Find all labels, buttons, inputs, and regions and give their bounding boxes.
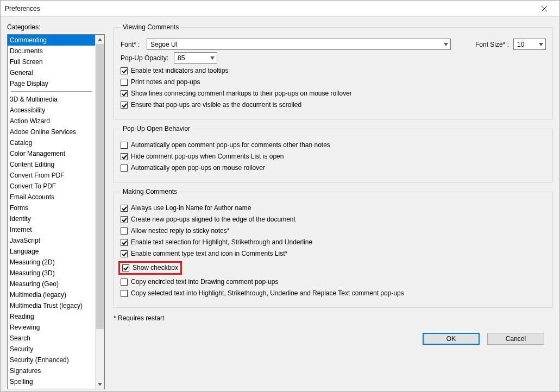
category-item[interactable]: Security [8,344,95,355]
popup-open-behavior-group: Pop-Up Open Behavior Automatically open … [114,125,553,182]
window-title: Preferences [5,5,533,12]
scroll-up-button[interactable] [96,35,104,44]
category-item[interactable]: Forms [8,203,95,213]
auto-rollover-checkbox[interactable] [121,165,128,172]
category-item[interactable]: General [8,67,95,78]
category-separator [11,91,92,92]
ensure-visible-checkbox[interactable] [121,102,128,109]
text-selection-checkbox[interactable] [121,239,128,246]
print-notes-label: Print notes and pop-ups [131,78,200,86]
print-notes-checkbox[interactable] [121,79,128,86]
font-size-label: Font Size* : [475,41,509,48]
login-name-checkbox[interactable] [121,205,128,212]
category-item[interactable]: Content Editing [8,159,95,170]
category-item[interactable]: Commenting [8,35,95,46]
category-item[interactable]: Internet [8,224,95,235]
popup-open-behavior-legend: Pop-Up Open Behavior [121,125,192,132]
show-checkbox-highlight: Show checkbox [118,261,182,275]
category-item[interactable]: Email Accounts [8,192,95,203]
category-item[interactable]: Convert From PDF [8,170,95,181]
category-item[interactable]: Reviewing [8,322,95,333]
ensure-visible-label: Ensure that pop-ups are visible as the d… [131,101,301,109]
category-item[interactable]: Spelling [8,376,95,387]
enable-tooltips-label: Enable text indicators and tooltips [131,67,228,75]
categories-label: Categories: [7,23,105,31]
category-item[interactable]: Search [8,333,95,344]
category-item[interactable]: Multimedia Trust (legacy) [8,300,95,311]
category-item[interactable]: JavaScript [8,235,95,246]
chevron-down-icon [536,39,545,49]
viewing-comments-legend: Viewing Comments [121,23,181,31]
nested-reply-checkbox[interactable] [121,227,128,235]
scroll-down-button[interactable] [96,380,104,389]
copy-encircled-label: Copy encircled text into Drawing comment… [131,278,278,286]
auto-open-checkbox[interactable] [121,142,128,149]
category-item[interactable]: Page Display [8,78,95,89]
show-lines-label: Show lines connecting comment markups to… [131,90,352,98]
comment-type-checkbox[interactable] [121,250,128,257]
copy-selected-checkbox[interactable] [121,290,128,297]
category-item[interactable]: Measuring (3D) [8,268,95,279]
chevron-down-icon [441,39,450,49]
copy-encircled-checkbox[interactable] [121,279,128,286]
cancel-button[interactable]: Cancel [487,333,544,345]
font-size-value: 10 [517,41,536,48]
categories-scrollbar[interactable] [95,35,104,389]
svg-marker-2 [98,38,102,41]
show-lines-checkbox[interactable] [121,90,128,97]
titlebar: Preferences [1,1,559,17]
svg-marker-3 [98,383,102,386]
category-item[interactable]: Security (Enhanced) [8,355,95,365]
category-item[interactable]: Convert To PDF [8,181,95,192]
font-label: Font* : [121,41,142,48]
edge-align-label: Create new pop-ups aligned to the edge o… [131,216,295,224]
chevron-down-icon [207,53,217,63]
category-item[interactable]: Multimedia (legacy) [8,289,95,300]
opacity-value: 85 [178,54,207,62]
svg-marker-6 [210,56,215,60]
category-item[interactable]: Catalog [8,137,95,148]
auto-rollover-label: Automatically open pop-ups on mouse roll… [131,164,265,172]
show-checkbox-label: Show checkbox [133,264,178,272]
category-item[interactable]: Reading [8,311,95,322]
category-item[interactable]: Measuring (2D) [8,257,95,268]
category-item[interactable]: Adobe Online Services [8,127,95,137]
auto-open-label: Automatically open comment pop-ups for c… [131,141,330,149]
category-item[interactable]: Documents [8,46,95,56]
viewing-comments-group: Viewing Comments Font* : Segoe UI Font S… [114,23,553,119]
svg-marker-4 [444,43,448,46]
nested-reply-label: Allow nested reply to sticky notes* [131,227,229,235]
enable-tooltips-checkbox[interactable] [121,67,128,74]
preferences-dialog: Preferences Categories: CommentingDocume… [0,0,560,392]
category-item[interactable]: Identity [8,213,95,224]
hide-popups-checkbox[interactable] [121,153,128,160]
scroll-track[interactable] [96,44,104,380]
font-size-dropdown[interactable]: 10 [513,39,546,50]
font-value: Segoe UI [150,41,441,48]
font-dropdown[interactable]: Segoe UI [147,39,451,50]
text-selection-label: Enable text selection for Highlight, Str… [131,238,312,246]
opacity-dropdown[interactable]: 85 [174,52,217,64]
show-checkbox-checkbox[interactable] [122,264,129,271]
svg-marker-5 [539,43,543,46]
making-comments-legend: Making Comments [121,188,179,195]
restart-note: * Requires restart [114,314,553,322]
category-item[interactable]: Signatures [8,365,95,376]
making-comments-group: Making Comments Always use Log-in Name f… [114,188,553,308]
scroll-thumb[interactable] [96,44,104,329]
comment-type-label: Enable comment type text and icon in Com… [131,250,287,258]
close-button[interactable] [533,1,555,16]
categories-listbox[interactable]: CommentingDocumentsFull ScreenGeneralPag… [7,34,105,389]
login-name-label: Always use Log-in Name for Author name [131,204,251,212]
copy-selected-label: Copy selected text into Highlight, Strik… [131,289,404,298]
edge-align-checkbox[interactable] [121,216,128,223]
category-item[interactable]: Action Wizard [8,116,95,127]
ok-button[interactable]: OK [423,333,480,345]
category-item[interactable]: 3D & Multimedia [8,94,95,105]
category-item[interactable]: Accessibility [8,105,95,116]
close-icon [542,6,547,11]
category-item[interactable]: Language [8,246,95,257]
category-item[interactable]: Color Management [8,148,95,159]
category-item[interactable]: Full Screen [8,56,95,67]
category-item[interactable]: Measuring (Geo) [8,279,95,289]
